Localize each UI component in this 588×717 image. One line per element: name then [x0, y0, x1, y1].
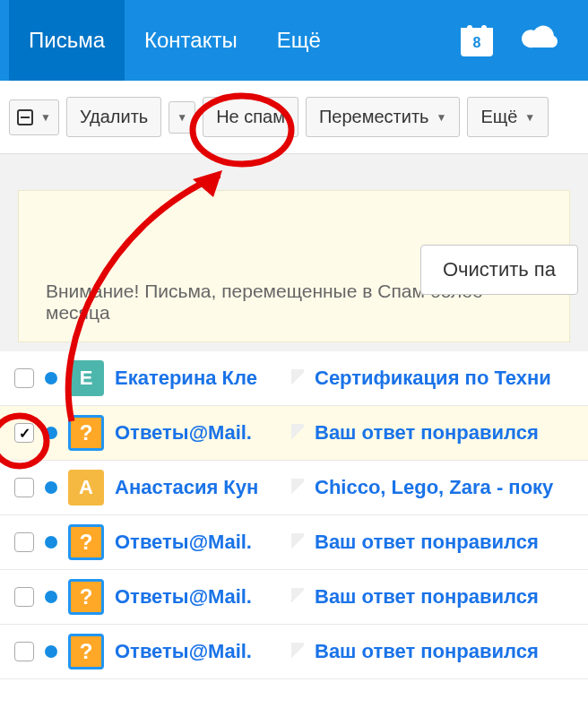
sender-name: Ответы@Mail.	[115, 640, 281, 663]
mail-list: ЕЕкатерина КлеСертификация по ТехниОтвет…	[0, 351, 588, 679]
chevron-down-icon: ▼	[524, 111, 535, 124]
sender-name: Ответы@Mail.	[115, 531, 281, 554]
unread-dot-icon	[45, 645, 57, 658]
bookmark-icon[interactable]	[291, 588, 304, 606]
avatar	[68, 415, 104, 451]
subject-text: Сертификация по Техни	[315, 367, 574, 390]
svg-point-2	[467, 25, 472, 30]
unread-dot-icon	[45, 427, 57, 439]
indeterminate-checkbox-icon	[17, 109, 33, 125]
banner-section: Очистить па Внимание! Письма, перемещенн…	[0, 154, 588, 351]
sender-name: Екатерина Кле	[115, 367, 281, 390]
sender-name: Ответы@Mail.	[115, 421, 281, 445]
row-checkbox[interactable]	[14, 478, 34, 497]
mail-row[interactable]: Ответы@Mail.Ваш ответ понравился	[0, 625, 588, 679]
bookmark-icon[interactable]	[291, 533, 304, 551]
mail-row[interactable]: ЕЕкатерина КлеСертификация по Техни	[0, 351, 588, 406]
spam-banner: Очистить па Внимание! Письма, перемещенн…	[18, 190, 570, 342]
not-spam-label: Не спам	[216, 107, 285, 127]
nav-tab-contacts[interactable]: Контакты	[125, 0, 257, 81]
mail-row[interactable]: ААнастасия КунChicco, Lego, Zara - поку	[0, 461, 588, 515]
svg-rect-1	[461, 28, 493, 35]
bookmark-icon[interactable]	[291, 643, 304, 661]
move-button[interactable]: Переместить ▼	[306, 97, 460, 137]
bookmark-icon[interactable]	[291, 479, 304, 497]
subject-text: Ваш ответ понравился	[315, 531, 574, 554]
clear-folder-button[interactable]: Очистить па	[420, 245, 578, 295]
nav-tab-mail[interactable]: Письма	[9, 0, 125, 81]
calendar-day: 8	[459, 35, 495, 51]
row-checkbox[interactable]	[14, 587, 34, 607]
avatar: Е	[68, 360, 104, 396]
avatar	[68, 579, 104, 615]
unread-dot-icon	[45, 536, 57, 549]
bookmark-icon[interactable]	[291, 369, 304, 387]
not-spam-button[interactable]: Не спам	[203, 97, 298, 137]
toolbar-more-button[interactable]: Ещё ▼	[467, 97, 549, 137]
delete-label: Удалить	[80, 107, 148, 127]
mail-row[interactable]: Ответы@Mail.Ваш ответ понравился	[0, 570, 588, 625]
calendar-icon[interactable]: 8	[459, 22, 495, 58]
unread-dot-icon	[45, 372, 57, 384]
chevron-down-icon: ▼	[40, 111, 51, 124]
avatar: А	[68, 470, 104, 505]
toolbar: ▼ Удалить ▼ Не спам Переместить ▼ Ещё ▼	[0, 81, 588, 154]
delete-button[interactable]: Удалить	[66, 97, 161, 137]
subject-text: Ваш ответ понравился	[315, 640, 574, 663]
move-label: Переместить	[319, 107, 429, 127]
chevron-down-icon: ▼	[437, 111, 447, 124]
sender-name: Ответы@Mail.	[115, 585, 281, 609]
top-nav: Письма Контакты Ещё 8	[0, 0, 588, 81]
nav-icons: 8	[459, 22, 579, 58]
row-checkbox[interactable]	[14, 642, 34, 661]
mail-row[interactable]: Ответы@Mail.Ваш ответ понравился	[0, 515, 588, 570]
avatar	[68, 524, 104, 560]
cloud-icon[interactable]	[522, 22, 561, 58]
unread-dot-icon	[45, 591, 57, 603]
delete-dropdown[interactable]: ▼	[169, 101, 195, 134]
mail-row[interactable]: Ответы@Mail.Ваш ответ понравился	[0, 406, 588, 461]
subject-text: Ваш ответ понравился	[315, 585, 574, 609]
sender-name: Анастасия Кун	[115, 476, 281, 499]
unread-dot-icon	[45, 481, 57, 494]
svg-point-3	[481, 25, 487, 30]
row-checkbox[interactable]	[14, 368, 34, 388]
row-checkbox[interactable]	[14, 532, 34, 552]
chevron-down-icon: ▼	[177, 111, 187, 124]
bookmark-icon[interactable]	[291, 424, 304, 442]
toolbar-more-label: Ещё	[480, 107, 517, 127]
row-checkbox[interactable]	[14, 423, 34, 443]
nav-tab-more[interactable]: Ещё	[257, 0, 341, 81]
avatar	[68, 634, 104, 669]
subject-text: Chicco, Lego, Zara - поку	[315, 476, 574, 499]
select-all-toggle[interactable]: ▼	[9, 99, 59, 135]
subject-text: Ваш ответ понравился	[315, 421, 574, 445]
